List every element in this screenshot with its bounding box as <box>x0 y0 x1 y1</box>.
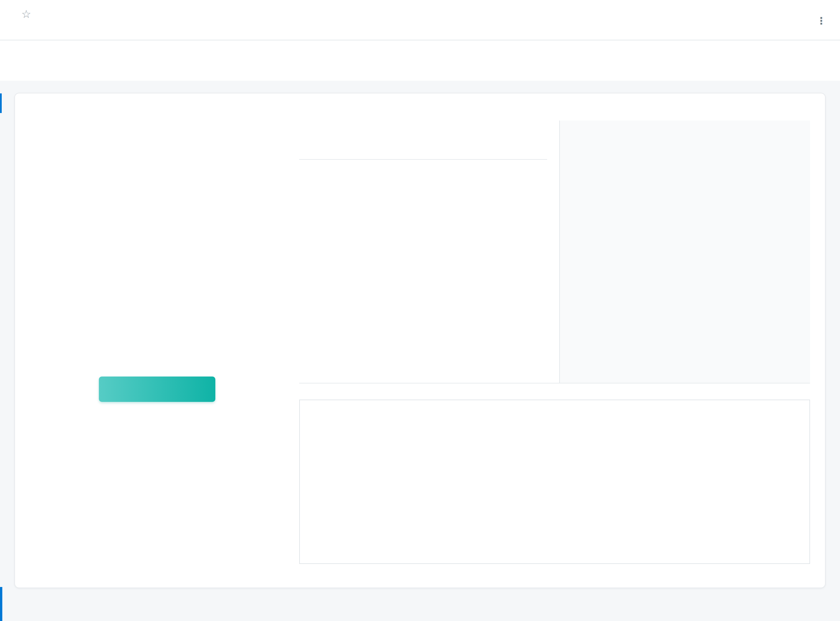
entity-tabs <box>0 40 840 81</box>
status-badge <box>582 151 592 156</box>
left-accent-bar <box>0 93 2 113</box>
checks-table-header <box>299 121 547 160</box>
rerun-checks-button[interactable] <box>99 377 215 402</box>
scorecard-detail-area <box>299 93 827 588</box>
favorite-star-icon[interactable]: ☆ <box>21 9 31 20</box>
kebab-menu-icon[interactable]: ⋮ <box>816 15 826 27</box>
checks-table <box>299 121 547 383</box>
donut-hole <box>101 163 213 274</box>
scrollbar-accent-bar <box>0 587 2 621</box>
maturity-summary <box>15 93 299 588</box>
entity-heading: ☆ <box>15 6 31 40</box>
check-detail-panel <box>559 121 810 383</box>
improvement-over-time-chart <box>300 422 810 538</box>
maturity-donut <box>81 142 233 295</box>
scorecard-page <box>0 81 840 588</box>
service-maturity-card <box>14 93 826 588</box>
page-header: ☆ ⋮ <box>0 0 840 40</box>
improvement-chart-card <box>299 400 810 564</box>
